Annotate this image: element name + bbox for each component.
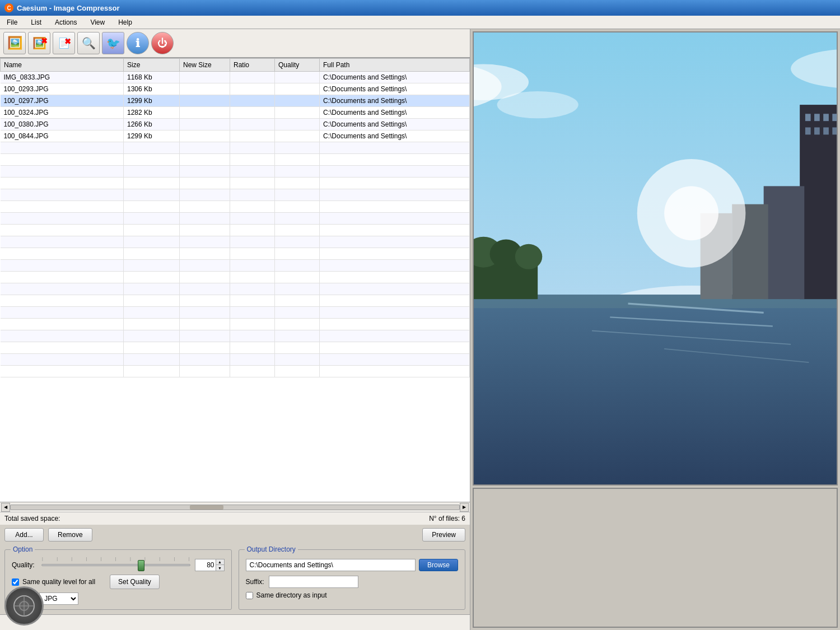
table-cell: C:\Documents and Settings\ [320,107,470,119]
scroll-left-arrow[interactable]: ◀ [1,503,10,512]
svg-point-40 [664,186,718,240]
quality-spin-down[interactable]: ▼ [216,565,224,571]
table-cell [180,130,230,142]
add-images-button[interactable]: 🖼️ [3,32,26,54]
table-cell [275,95,320,107]
remove-selected-button[interactable]: 🖼️ ✖ [28,32,50,54]
table-row[interactable]: 100_0324.JPG1282 KbC:\Documents and Sett… [1,107,470,119]
table-row-empty [1,201,470,213]
output-directory-input[interactable] [246,559,416,571]
bottom-status [0,614,470,630]
col-header-path[interactable]: Full Path [320,59,470,72]
browse-button[interactable]: Browse [419,559,458,571]
table-row-empty [1,213,470,225]
same-quality-label[interactable]: Same quality level for all [22,578,95,586]
table-row-empty [1,166,470,178]
preview-image [474,32,837,484]
horizontal-scrollbar[interactable]: ◀ ▶ [0,502,470,512]
table-row[interactable]: 100_0380.JPG1266 KbC:\Documents and Sett… [1,119,470,130]
table-row[interactable]: IMG_0833.JPG1168 KbC:\Documents and Sett… [1,72,470,83]
file-list-scroll[interactable]: Name Size New Size Ratio Quality Full Pa… [0,58,470,502]
total-saved-label: Total saved space: [4,515,60,522]
clear-icon: 📄 ✖ [58,37,70,49]
table-cell: C:\Documents and Settings\ [320,83,470,95]
quality-slider-thumb[interactable] [138,560,144,571]
table-cell [275,130,320,142]
table-row[interactable]: 100_0844.JPG1299 KbC:\Documents and Sett… [1,130,470,142]
table-cell: 100_0324.JPG [1,107,124,119]
compress-button[interactable]: 🐦 [102,32,124,54]
menu-actions[interactable]: Actions [53,18,79,27]
right-panel [470,29,840,630]
quality-slider[interactable]: | | | | | | | | | | | [41,564,190,566]
info-icon: ℹ [136,36,140,50]
suffix-input[interactable] [269,576,358,588]
info-button[interactable]: ℹ [127,32,149,54]
table-row-empty [1,154,470,166]
power-icon: ⏻ [157,38,167,49]
svg-rect-24 [814,127,820,134]
svg-rect-22 [832,114,837,121]
table-row[interactable]: 100_0293.JPG1306 KbC:\Documents and Sett… [1,83,470,95]
add-images-icon: 🖼️ [7,36,22,50]
menu-file[interactable]: File [4,18,20,27]
quality-label: Quality: [12,561,37,569]
same-quality-row: Same quality level for all Set Quality [12,575,225,589]
suffix-label: Suffix: [246,578,264,586]
search-icon: 🔍 [82,36,96,50]
preview-bottom [473,488,838,628]
table-row-empty [1,178,470,189]
table-row-empty [1,248,470,260]
menu-help[interactable]: Help [116,18,134,27]
search-button[interactable]: 🔍 [77,32,100,54]
table-cell [180,95,230,107]
scrollbar-thumb[interactable] [190,505,223,510]
table-cell [180,72,230,83]
quality-spin-up[interactable]: ▲ [216,559,224,565]
format-select[interactable]: JPG PNG BMP [39,592,78,605]
table-cell: C:\Documents and Settings\ [320,72,470,83]
col-header-newsize[interactable]: New Size [180,59,230,72]
add-button[interactable]: Add... [4,528,44,542]
scroll-right-arrow[interactable]: ▶ [460,503,469,512]
same-directory-label[interactable]: Same directory as input [256,591,327,599]
same-dir-row: Same directory as input [246,591,459,599]
menu-view[interactable]: View [88,18,107,27]
col-header-quality[interactable]: Quality [275,59,320,72]
quality-input-box: ▲ ▼ [195,559,225,571]
scrollbar-track[interactable] [10,505,460,510]
remove-button[interactable]: Remove [48,528,92,542]
options-section: Option Quality: | | | | | | | | [0,545,470,614]
svg-rect-19 [805,114,811,121]
set-quality-button[interactable]: Set Quality [110,575,160,589]
table-cell [275,119,320,130]
table-cell: 1306 Kb [124,83,180,95]
table-row-empty [1,330,470,342]
exit-button[interactable]: ⏻ [151,32,174,54]
col-header-ratio[interactable]: Ratio [230,59,275,72]
spin-arrows: ▲ ▼ [216,559,224,571]
quality-input[interactable] [195,560,216,570]
toolbar: 🖼️ 🖼️ ✖ 📄 ✖ 🔍 🐦 ℹ [0,29,470,58]
table-row-empty [1,260,470,272]
col-header-size[interactable]: Size [124,59,180,72]
table-row[interactable]: 100_0297.JPG1299 KbC:\Documents and Sett… [1,95,470,107]
table-cell [180,83,230,95]
table-cell: 100_0297.JPG [1,95,124,107]
menu-list[interactable]: List [29,18,44,27]
preview-button[interactable]: Preview [422,528,465,542]
left-panel: 🖼️ 🖼️ ✖ 📄 ✖ 🔍 🐦 ℹ [0,29,470,630]
same-quality-checkbox[interactable] [12,578,19,586]
table-cell: 1266 Kb [124,119,180,130]
table-cell [180,119,230,130]
remove-icon: 🖼️ ✖ [32,36,46,50]
col-header-name[interactable]: Name [1,59,124,72]
same-directory-checkbox[interactable] [246,592,253,599]
table-cell: 1299 Kb [124,95,180,107]
table-cell [230,95,275,107]
app-icon: C [4,3,13,12]
table-row-empty [1,342,470,354]
file-list-container: Name Size New Size Ratio Quality Full Pa… [0,58,470,512]
clear-list-button[interactable]: 📄 ✖ [53,32,75,54]
title-bar: C Caesium - Image Compressor [0,0,840,16]
